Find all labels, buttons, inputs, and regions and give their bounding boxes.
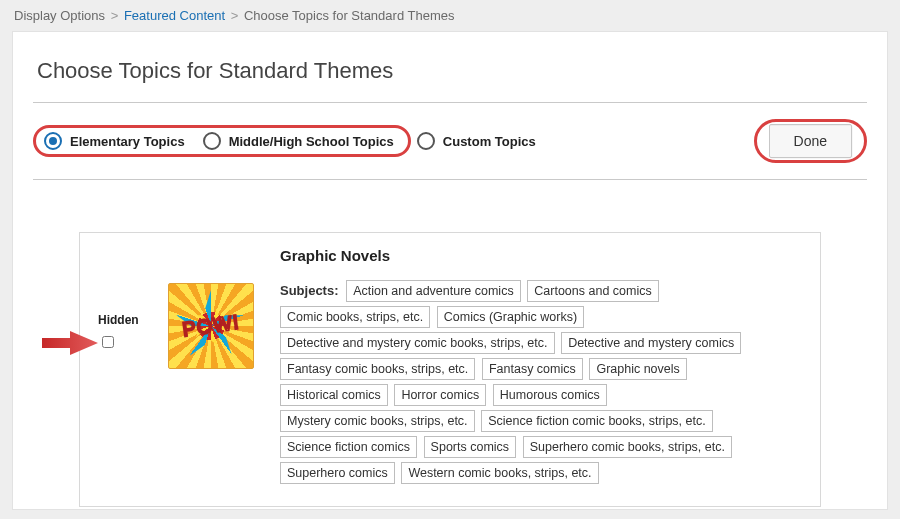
radio-custom[interactable]: Custom Topics (417, 132, 536, 150)
topic-card: Hidden POW! Graphic Novels Subjects: Act… (79, 232, 821, 507)
subject-tag[interactable]: Mystery comic books, strips, etc. (280, 410, 475, 432)
subject-tag[interactable]: Fantasy comic books, strips, etc. (280, 358, 475, 380)
thumbnail-column: POW! (168, 247, 264, 369)
subject-tag[interactable]: Western comic books, strips, etc. (401, 462, 598, 484)
radio-label: Custom Topics (443, 134, 536, 149)
svg-marker-0 (42, 331, 98, 355)
radio-middle-high[interactable]: Middle/High School Topics (203, 132, 394, 150)
subject-tag[interactable]: Science fiction comic books, strips, etc… (481, 410, 712, 432)
page-title: Choose Topics for Standard Themes (37, 58, 863, 84)
info-column: Graphic Novels Subjects: Action and adve… (264, 247, 802, 486)
subject-tag[interactable]: Cartoons and comics (527, 280, 658, 302)
subject-tag[interactable]: Historical comics (280, 384, 388, 406)
arrow-icon (42, 329, 98, 357)
radio-icon (44, 132, 62, 150)
topic-radio-group-custom: Custom Topics (411, 124, 550, 158)
main-panel: Choose Topics for Standard Themes Elemen… (12, 31, 888, 510)
category-title: Graphic Novels (280, 247, 802, 264)
radio-icon (203, 132, 221, 150)
done-button[interactable]: Done (769, 124, 852, 158)
subject-tag[interactable]: Detective and mystery comics (561, 332, 741, 354)
highlight-topic-tabs: Elementary Topics Middle/High School Top… (33, 125, 411, 157)
radio-label: Elementary Topics (70, 134, 185, 149)
divider (33, 102, 867, 103)
option-row: Elementary Topics Middle/High School Top… (33, 119, 867, 163)
subject-tag[interactable]: Graphic novels (589, 358, 686, 380)
breadcrumb-sep: > (231, 8, 239, 23)
subject-tag[interactable]: Action and adventure comics (346, 280, 521, 302)
breadcrumb-level2[interactable]: Featured Content (124, 8, 225, 23)
radio-label: Middle/High School Topics (229, 134, 394, 149)
subject-tag[interactable]: Comics (Graphic works) (437, 306, 584, 328)
breadcrumb-sep: > (111, 8, 119, 23)
breadcrumb-level3: Choose Topics for Standard Themes (244, 8, 455, 23)
subject-tag[interactable]: Fantasy comics (482, 358, 583, 380)
breadcrumb: Display Options > Featured Content > Cho… (0, 0, 900, 31)
highlight-done: Done (754, 119, 867, 163)
topic-radio-group: Elementary Topics Middle/High School Top… (44, 132, 394, 150)
radio-icon (417, 132, 435, 150)
subject-tag[interactable]: Superhero comic books, strips, etc. (523, 436, 732, 458)
divider (33, 179, 867, 180)
subject-tag[interactable]: Humorous comics (493, 384, 607, 406)
subject-tag[interactable]: Sports comics (424, 436, 517, 458)
radio-elementary[interactable]: Elementary Topics (44, 132, 185, 150)
subjects-line: Subjects: Action and adventure comics Ca… (280, 278, 802, 486)
subject-tag[interactable]: Science fiction comics (280, 436, 417, 458)
hidden-column: Hidden (98, 247, 168, 351)
breadcrumb-level1[interactable]: Display Options (14, 8, 105, 23)
subjects-label: Subjects: (280, 283, 339, 298)
subject-tag[interactable]: Comic books, strips, etc. (280, 306, 430, 328)
hidden-checkbox[interactable] (102, 336, 114, 348)
hidden-label: Hidden (98, 313, 168, 327)
subject-tag[interactable]: Detective and mystery comic books, strip… (280, 332, 555, 354)
topic-thumbnail: POW! (168, 283, 254, 369)
subject-tag[interactable]: Horror comics (394, 384, 486, 406)
subject-tag[interactable]: Superhero comics (280, 462, 395, 484)
